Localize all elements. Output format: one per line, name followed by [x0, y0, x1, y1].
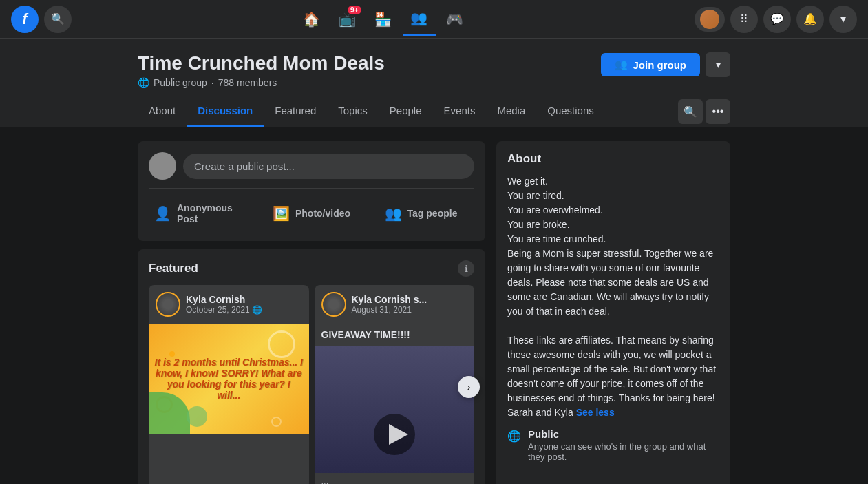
page-wrapper: Time Crunched Mom Deals 🌐 Public group ·… [0, 39, 868, 484]
join-icon: 👥 [615, 59, 628, 71]
anonymous-post-button[interactable]: 👤 Anonymous Post [149, 197, 255, 230]
watch-badge: 9+ [348, 6, 361, 14]
join-group-button[interactable]: 👥 Join group [601, 53, 701, 76]
composer-avatar [149, 152, 176, 180]
privacy-info: Public Anyone can see who's in the group… [528, 428, 719, 462]
card-1-privacy-icon: 🌐 [252, 305, 262, 315]
featured-card-1[interactable]: Kyla Cornish October 25, 2021 🌐 [149, 285, 309, 484]
group-info: Time Crunched Mom Deals 🌐 Public group ·… [138, 52, 385, 88]
notifications-button[interactable]: 🔔 [796, 6, 824, 33]
about-sidebar: About We get it. You are tired. You are … [496, 141, 730, 484]
main-content: Create a public post... 👤 Anonymous Post… [0, 127, 868, 484]
card-1-avatar [156, 292, 180, 317]
tab-topics[interactable]: Topics [327, 96, 379, 127]
featured-cards: Kyla Cornish October 25, 2021 🌐 [149, 285, 474, 484]
card-2-image [315, 346, 475, 473]
gaming-icon: 🎮 [446, 11, 463, 28]
card-2-date: August 31, 2021 [352, 305, 427, 315]
card-2-image-inner [315, 346, 475, 473]
tag-icon: 👥 [385, 205, 402, 222]
group-privacy: Public group [154, 77, 207, 88]
groups-icon: 👥 [410, 10, 427, 26]
card-2-author-info: Kyla Cornish s... August 31, 2021 [352, 294, 427, 315]
public-globe-icon: 🌐 [507, 430, 521, 443]
tab-questions[interactable]: Questions [536, 96, 605, 127]
group-title-row: Time Crunched Mom Deals 🌐 Public group ·… [138, 52, 730, 88]
topnav-center-nav: 🏠 📺 9+ 🏪 👥 🎮 [72, 3, 695, 36]
messenger-icon: 💬 [770, 12, 784, 25]
composer-top: Create a public post... [149, 152, 474, 180]
facebook-logo[interactable]: f [11, 6, 39, 33]
join-label: Join group [633, 59, 687, 71]
card-1-image: It is 2 months until Christmas... I know… [149, 324, 309, 434]
video-play-icon [367, 407, 422, 462]
card-2-avatar [321, 292, 346, 317]
privacy-label: Public [528, 428, 719, 440]
featured-section: Featured ℹ Kyla Cornish October [138, 249, 485, 484]
nav-home-button[interactable]: 🏠 [295, 3, 328, 36]
nav-groups-button[interactable]: 👥 [403, 3, 436, 36]
post-composer: Create a public post... 👤 Anonymous Post… [138, 141, 485, 241]
topnav-right: ⠿ 💬 🔔 ▾ [695, 6, 857, 33]
tab-featured[interactable]: Featured [264, 96, 327, 127]
nav-watch-button[interactable]: 📺 9+ [331, 3, 364, 36]
tab-about[interactable]: About [138, 96, 187, 127]
dot-separator: · [211, 77, 214, 88]
search-button[interactable]: 🔍 [44, 6, 72, 33]
group-nav-actions: 🔍 ••• [678, 99, 730, 124]
messenger-button[interactable]: 💬 [763, 6, 791, 33]
featured-info-button[interactable]: ℹ [458, 260, 474, 277]
decor-green-blob-2 [187, 406, 207, 427]
bell-icon: 🔔 [803, 12, 817, 25]
card-1-author-row: Kyla Cornish October 25, 2021 🌐 [149, 285, 309, 324]
tab-events[interactable]: Events [433, 96, 487, 127]
post-input[interactable]: Create a public post... [183, 154, 474, 179]
grid-menu-button[interactable]: ⠿ [730, 6, 758, 33]
decor-circle-3 [271, 417, 282, 427]
nav-gaming-button[interactable]: 🎮 [438, 3, 472, 36]
user-profile-button[interactable] [695, 7, 725, 32]
group-header: Time Crunched Mom Deals 🌐 Public group ·… [0, 39, 868, 127]
decor-dot-1 [169, 351, 175, 357]
group-actions: 👥 Join group ▾ [601, 52, 731, 77]
info-icon: ℹ [465, 264, 468, 274]
nav-marketplace-button[interactable]: 🏪 [367, 3, 400, 36]
search-icon: 🔍 [51, 12, 65, 25]
about-sidebar-title: About [507, 152, 719, 166]
photo-video-button[interactable]: 🖼️ Photo/video [258, 197, 365, 230]
group-nav: About Discussion Featured Topics People … [138, 96, 730, 127]
tab-discussion[interactable]: Discussion [187, 96, 264, 127]
about-description: We get it. You are tired. You are overwh… [507, 174, 719, 420]
featured-card-2[interactable]: Kyla Cornish s... August 31, 2021 GIVEAW… [315, 285, 475, 484]
tab-people[interactable]: People [379, 96, 433, 127]
privacy-description: Anyone can see who's in the group and wh… [528, 441, 719, 462]
tag-people-button[interactable]: 👥 Tag people [368, 197, 474, 230]
featured-next-button[interactable]: › [458, 376, 480, 398]
photo-icon: 🖼️ [273, 205, 290, 222]
see-less-button[interactable]: See less [576, 407, 615, 418]
card-1-author-info: Kyla Cornish October 25, 2021 🌐 [186, 294, 262, 315]
account-dropdown-button[interactable]: ▾ [829, 6, 857, 33]
user-avatar [700, 10, 719, 29]
more-options-button[interactable]: ••• [706, 99, 730, 124]
group-name: Time Crunched Mom Deals [138, 52, 385, 74]
card-2-author-row: Kyla Cornish s... August 31, 2021 [315, 285, 475, 324]
group-meta: 🌐 Public group · 788 members [138, 77, 385, 88]
photo-label: Photo/video [295, 208, 350, 219]
search-icon: 🔍 [684, 105, 697, 118]
card-1-date: October 25, 2021 🌐 [186, 305, 262, 315]
top-navigation: f 🔍 🏠 📺 9+ 🏪 👥 🎮 ⠿ [0, 0, 868, 39]
search-group-button[interactable]: 🔍 [678, 99, 703, 124]
chevron-down-icon: ▾ [716, 59, 721, 70]
chevron-down-icon: ▾ [840, 12, 846, 25]
featured-title: Featured [149, 262, 198, 275]
tab-media[interactable]: Media [486, 96, 536, 127]
anonymous-label: Anonymous Post [177, 202, 250, 224]
group-more-dropdown[interactable]: ▾ [706, 52, 730, 77]
ellipsis-icon: ••• [712, 105, 724, 118]
decor-circle-1 [268, 330, 295, 358]
card-2-text-body: GIVEAWAY TIME!!!! [315, 324, 475, 346]
topnav-left: f 🔍 [11, 6, 72, 33]
anonymous-icon: 👤 [154, 205, 171, 222]
marketplace-icon: 🏪 [374, 11, 392, 28]
